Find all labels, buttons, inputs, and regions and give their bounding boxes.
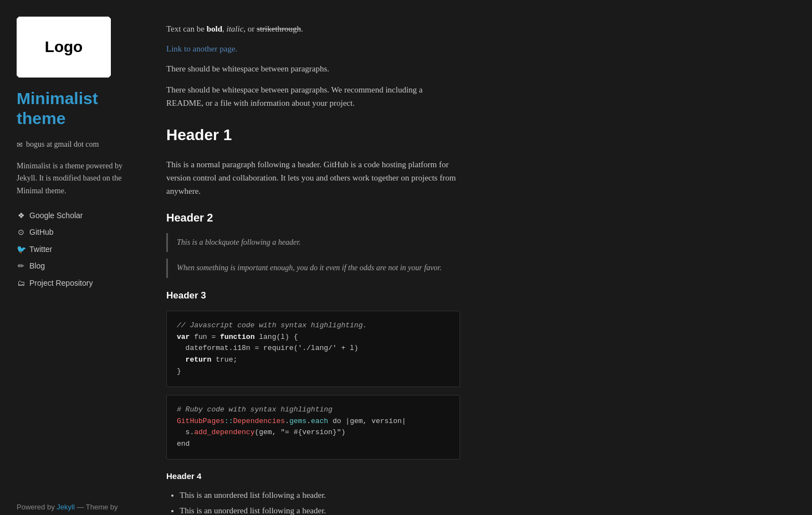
main-content: Text can be bold, italic, or strikethrou…	[144, 0, 488, 515]
list-item-2: This is an unordered list following a he…	[180, 504, 460, 515]
ruby-method: add_dependency	[194, 428, 254, 436]
blog-icon: ✏	[17, 260, 25, 272]
google-scholar-icon: ❖	[17, 209, 25, 222]
powered-by-text: Powered by	[17, 503, 55, 511]
code-block-ruby: # Ruby code with syntax highlighting Git…	[166, 395, 460, 460]
email-row: ✉ bogus at gmail dot com	[17, 138, 133, 151]
sidebar-item-github[interactable]: ⊙ GitHub	[17, 226, 133, 238]
js-comment: // Javascript code with syntax highlight…	[177, 321, 367, 329]
sidebar-item-project-repository[interactable]: 🗂 Project Repository	[17, 277, 133, 289]
page-link[interactable]: Link to another page.	[166, 44, 237, 53]
sidebar-item-twitter[interactable]: 🐦 Twitter	[17, 243, 133, 255]
js-function-keyword: function	[220, 333, 254, 341]
blog-label: Blog	[29, 260, 45, 272]
twitter-label: Twitter	[29, 243, 52, 255]
ruby-dep: Dependencies	[233, 417, 285, 425]
para-whitespace-2: There should be whitespace between parag…	[166, 83, 460, 110]
project-repo-icon: 🗂	[17, 277, 25, 289]
js-closing-brace: }	[177, 367, 181, 375]
jekyll-link[interactable]: Jekyll	[57, 503, 75, 511]
sidebar-nav: ❖ Google Scholar ⊙ GitHub 🐦 Twitter ✏ Bl…	[17, 209, 133, 289]
sidebar-item-blog[interactable]: ✏ Blog	[17, 260, 133, 272]
header-3: Header 3	[166, 288, 460, 303]
github-icon: ⊙	[17, 226, 25, 238]
header-2: Header 2	[166, 209, 460, 226]
ruby-s: s.	[177, 428, 194, 436]
blockquote-2: When something is important enough, you …	[166, 259, 460, 277]
js-var-keyword: var	[177, 333, 190, 341]
strikethrough-word: strikethrough	[257, 24, 301, 33]
email-icon: ✉	[17, 140, 23, 151]
ruby-class: GitHubPages	[177, 417, 224, 425]
list-item-1: This is an unordered list following a he…	[180, 488, 460, 502]
h1-paragraph: This is a normal paragraph following a h…	[166, 158, 460, 198]
js-func-args: lang(l) {	[259, 333, 298, 341]
js-dateformat-line: dateformat.i18n = require('./lang/' + l)	[177, 344, 359, 352]
twitter-icon: 🐦	[17, 243, 25, 255]
logo-image: Logo	[17, 17, 111, 78]
para-whitespace-1: There should be whitespace between parag…	[166, 62, 460, 75]
site-title: Minimalist theme	[17, 89, 133, 128]
italic-word: italic	[227, 24, 244, 33]
site-description: Minimalist is a theme powered by Jekyll.…	[17, 160, 133, 197]
period1: .	[301, 24, 303, 33]
google-scholar-label: Google Scholar	[29, 209, 83, 222]
email-address: bogus at gmail dot com	[26, 138, 99, 151]
link-paragraph: Link to another page.	[166, 42, 460, 55]
js-return-val: true;	[216, 356, 237, 364]
comma1: ,	[222, 24, 227, 33]
ruby-do: do |gem, version|	[328, 417, 406, 425]
code-block-javascript: // Javascript code with syntax highlight…	[166, 311, 460, 387]
header-4: Header 4	[166, 470, 460, 483]
header-1: Header 1	[166, 123, 460, 150]
footer-separator: — Theme by	[76, 503, 118, 511]
comma2: , or	[243, 24, 257, 33]
intro-prefix: Text can be	[166, 24, 207, 33]
sidebar-footer: Powered by Jekyll — Theme by BDHU	[17, 502, 133, 515]
ruby-args: (gem, "= #{version}")	[254, 428, 345, 436]
ruby-comment: # Ruby code with syntax highlighting	[177, 405, 333, 414]
bold-word: bold	[207, 24, 222, 33]
github-label: GitHub	[29, 226, 54, 238]
ruby-dot1: .	[285, 417, 289, 425]
unordered-list: This is an unordered list following a he…	[166, 488, 460, 515]
blockquote-1: This is a blockquote following a header.	[166, 233, 460, 252]
sidebar-item-google-scholar[interactable]: ❖ Google Scholar	[17, 209, 133, 222]
project-repo-label: Project Repository	[29, 277, 93, 289]
ruby-gems: gems	[289, 417, 307, 425]
js-var-name: fun =	[194, 333, 220, 341]
intro-paragraph: Text can be bold, italic, or strikethrou…	[166, 22, 460, 35]
logo-text: Logo	[45, 35, 83, 60]
js-return-keyword: return	[177, 356, 211, 364]
sidebar: Logo Minimalist theme ✉ bogus at gmail d…	[0, 0, 144, 515]
ruby-dot2: .	[307, 417, 311, 425]
ruby-end: end	[177, 440, 190, 448]
ruby-each: each	[311, 417, 328, 425]
ruby-sep1: ::	[224, 417, 233, 425]
